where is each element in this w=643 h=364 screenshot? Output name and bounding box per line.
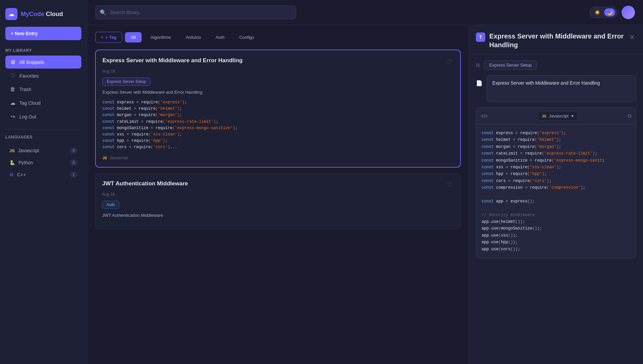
card-description: Express Server with Middleware and Error…: [102, 90, 453, 95]
tab-auth[interactable]: Auth: [210, 32, 231, 42]
new-entry-button[interactable]: + New Entry: [5, 27, 81, 40]
code-section-header: </> JS Javascript ▾ ⧉: [476, 108, 636, 124]
chevron-down-icon: ▾: [571, 113, 574, 118]
lang-selector-icon: JS: [542, 114, 546, 118]
card-footer: JS Javascript: [102, 156, 453, 160]
avatar-image: [622, 6, 635, 19]
header: 🔍 ☀️ 🌙: [87, 0, 643, 25]
detail-panel: T Express Server with Middleware and Err…: [469, 25, 643, 364]
card-tag-1[interactable]: Express Server Setup: [102, 78, 150, 86]
sidebar-item-label: Favorites: [19, 73, 39, 79]
my-library-label: My Library: [5, 48, 81, 53]
code-brackets-icon: </>: [481, 113, 488, 119]
logo-icon: ☁: [5, 8, 17, 20]
sidebar-item-log-out[interactable]: ↪ Log Out: [5, 110, 81, 123]
sidebar-item-label: All Snippets: [19, 60, 44, 65]
trash-icon: 🗑: [9, 86, 16, 92]
main-nav: ⊞ All Snippets ♡ Favorites 🗑 Trash ☁ Tag…: [5, 56, 81, 124]
detail-tag-row: ⧉ Express Server Setup: [476, 60, 636, 70]
card-title: Express Server with Middleware and Error…: [102, 57, 243, 64]
copy-tag-icon[interactable]: ⧉: [476, 62, 480, 68]
close-detail-button[interactable]: ✕: [628, 32, 636, 42]
plus-icon: +: [101, 35, 103, 40]
detail-name-row: 📄 Express Server with Middleware and Err…: [476, 75, 636, 102]
detail-name-box[interactable]: Express Server with Middleware and Error…: [487, 75, 636, 102]
tag-cloud-icon: ☁: [9, 100, 16, 106]
lang-item-cpp[interactable]: ⚙ C++ 1: [5, 169, 81, 180]
content-area: + + Tag All Algorithms Arduino Auth Conf…: [87, 25, 643, 364]
theme-toggle[interactable]: ☀️ 🌙: [589, 7, 618, 18]
favorite-button-2[interactable]: ♡: [446, 180, 454, 190]
cpp-icon: ⚙: [9, 172, 14, 177]
code-preview-1: const express = require('express'); cons…: [102, 99, 453, 151]
grid-icon: ⊞: [9, 59, 16, 65]
main-content: 🔍 ☀️ 🌙 + + Tag All Algorithms: [87, 0, 643, 364]
search-bar: 🔍: [95, 5, 296, 19]
detail-type-badge: T: [476, 32, 485, 42]
sidebar-item-tag-cloud[interactable]: ☁ Tag Cloud: [5, 96, 81, 109]
tab-all[interactable]: All: [125, 32, 142, 42]
languages-label: Languages: [5, 135, 81, 140]
card-date-2: Aug 16: [102, 192, 454, 197]
code-section: </> JS Javascript ▾ ⧉ const express = re…: [476, 107, 636, 258]
document-icon: 📄: [476, 80, 483, 86]
card-description-2: JWT Authentication Middleware: [102, 213, 454, 218]
sidebar-item-label: Tag Cloud: [19, 100, 41, 106]
add-tag-button[interactable]: + + Tag: [95, 32, 122, 43]
filter-tabs: + + Tag All Algorithms Arduino Auth Conf…: [95, 32, 461, 43]
search-icon: 🔍: [100, 9, 106, 16]
header-right: ☀️ 🌙: [589, 6, 635, 19]
sidebar-item-favorites[interactable]: ♡ Favorites: [5, 69, 81, 82]
sidebar-item-label: Log Out: [19, 114, 36, 119]
favorite-button-1[interactable]: ♡: [445, 57, 453, 67]
tab-configs[interactable]: Configs: [233, 32, 260, 42]
javascript-icon: JS: [9, 148, 15, 153]
sidebar: ☁ MyCode Cloud + New Entry My Library ⊞ …: [0, 0, 87, 364]
heart-icon: ♡: [9, 73, 16, 79]
card-header-2: JWT Authentication Middleware ♡: [102, 180, 454, 190]
tab-algorithms[interactable]: Algorithms: [144, 32, 177, 42]
card-tag-2[interactable]: Auth: [102, 201, 119, 209]
sidebar-item-all-snippets[interactable]: ⊞ All Snippets: [5, 56, 81, 69]
detail-header: T Express Server with Middleware and Err…: [469, 25, 643, 55]
card-title-2: JWT Authentication Middleware: [102, 180, 188, 187]
detail-body: ⧉ Express Server Setup 📄 Express Server …: [469, 55, 643, 364]
tab-arduino[interactable]: Arduino: [180, 32, 207, 42]
search-input[interactable]: [95, 5, 296, 19]
detail-title-area: T Express Server with Middleware and Err…: [476, 32, 628, 49]
lang-selector-label: Javascript: [549, 113, 569, 118]
sidebar-divider: [5, 129, 81, 129]
detail-title: Express Server with Middleware and Error…: [489, 32, 628, 49]
languages-list: JS Javascript 4 🐍 Python 3 ⚙ C++ 1: [5, 145, 81, 181]
snippet-card-1[interactable]: Express Server with Middleware and Error…: [95, 50, 461, 168]
logo: ☁ MyCode Cloud: [5, 5, 81, 27]
snippets-panel: + + Tag All Algorithms Arduino Auth Conf…: [87, 25, 469, 364]
python-icon: 🐍: [9, 160, 15, 165]
card-date: Aug 16: [102, 69, 453, 74]
detail-tag[interactable]: Express Server Setup: [484, 60, 537, 70]
dark-mode-btn[interactable]: 🌙: [604, 8, 615, 16]
js-lang-icon: JS: [102, 156, 107, 160]
sidebar-item-trash[interactable]: 🗑 Trash: [5, 83, 81, 96]
logout-icon: ↪: [9, 113, 16, 120]
code-block: const express = require('express'); cons…: [476, 124, 636, 258]
logo-text: MyCode Cloud: [21, 11, 63, 18]
lang-item-javascript[interactable]: JS Javascript 4: [5, 145, 81, 156]
sidebar-item-label: Trash: [19, 87, 31, 92]
snippet-card-2[interactable]: JWT Authentication Middleware ♡ Aug 16 A…: [95, 173, 461, 230]
avatar[interactable]: [622, 6, 635, 19]
lang-item-python[interactable]: 🐍 Python 3: [5, 157, 81, 168]
card-header: Express Server with Middleware and Error…: [102, 57, 453, 67]
copy-code-button[interactable]: ⧉: [628, 113, 631, 119]
lang-selector[interactable]: JS Javascript ▾: [538, 111, 578, 121]
light-mode-btn[interactable]: ☀️: [592, 8, 603, 16]
